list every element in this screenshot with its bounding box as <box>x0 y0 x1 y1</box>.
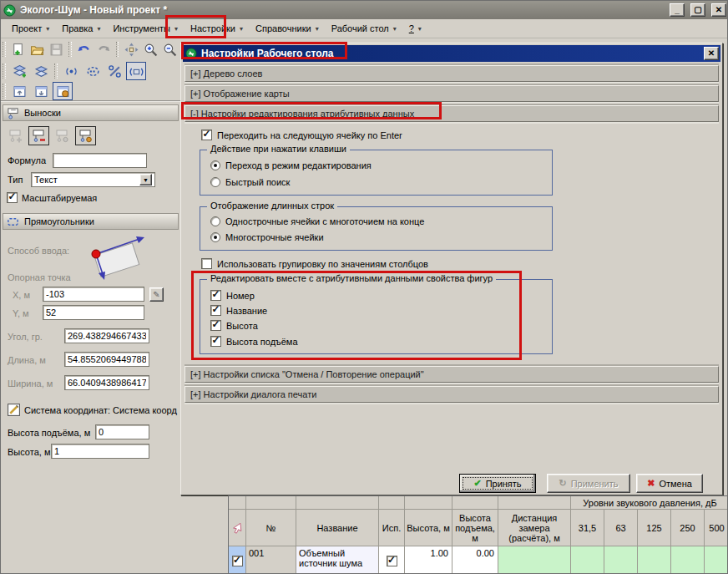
checkbox-rise-height[interactable]: ✓ Высота подъёма <box>210 336 298 347</box>
scalable-checkbox[interactable]: ✓ <box>7 192 18 203</box>
callout-edit-button[interactable] <box>52 126 73 145</box>
coord-system-label[interactable]: Система координат: Система коорд <box>24 405 179 415</box>
accept-button[interactable]: ✔ Принять <box>459 474 536 493</box>
row-select-cell[interactable]: ✓ <box>229 546 246 574</box>
rise-height-label: Высота подъёма, м <box>8 428 90 438</box>
cell-db-500[interactable] <box>705 546 728 574</box>
rectangles-panel-header[interactable]: Прямоугольники <box>3 213 179 230</box>
add-layer-button[interactable] <box>9 62 29 80</box>
row-select-checkbox[interactable]: ✓ <box>232 556 243 566</box>
section-layer-tree[interactable]: [+] Дерево слоев <box>185 65 719 82</box>
apply-button[interactable]: ↻ Применить <box>547 474 630 493</box>
cell-distance[interactable] <box>498 546 571 574</box>
undo-icon <box>77 43 91 57</box>
open-folder-icon <box>30 43 44 57</box>
callout-icon <box>7 107 19 119</box>
scalable-label: Масштабируемая <box>22 193 97 203</box>
menu-project[interactable]: Проект▾ <box>6 21 56 36</box>
toolbar-grip[interactable] <box>3 42 6 57</box>
noise-area-source-button[interactable] <box>83 62 103 80</box>
zoom-out-button[interactable] <box>161 40 179 58</box>
section-undo-redo[interactable]: [+] Настройки списка "Отмена / Повторени… <box>185 366 719 383</box>
open-project-button[interactable] <box>28 40 46 58</box>
noise-box-source-button[interactable] <box>126 62 146 80</box>
toolbar-grip[interactable] <box>3 63 6 79</box>
menu-edit[interactable]: Правка▾ <box>56 21 107 36</box>
checkbox-number[interactable]: ✓ Номер <box>210 290 255 301</box>
cell-used[interactable]: ✓ <box>379 546 405 574</box>
group-header-cell <box>405 496 452 510</box>
cell-rise[interactable]: 0.00 <box>452 546 498 574</box>
chevron-down-icon: ▼ <box>143 177 149 183</box>
layers-button[interactable] <box>31 62 51 80</box>
toolbar-grip[interactable] <box>116 42 119 57</box>
undo-button[interactable] <box>75 40 93 58</box>
rise-height-input[interactable] <box>95 424 149 439</box>
layers-icon <box>34 64 48 79</box>
cancel-button[interactable]: ✖ Отмена <box>636 474 703 493</box>
check-icon: ✓ <box>8 190 16 202</box>
x-input[interactable] <box>43 287 144 302</box>
cell-height[interactable]: 1.00 <box>405 546 452 574</box>
minimize-button[interactable]: _ <box>670 3 685 17</box>
save-project-button[interactable] <box>48 40 65 58</box>
cell-db-31[interactable] <box>571 546 604 574</box>
pan-move-icon <box>124 43 139 57</box>
menu-tools[interactable]: Инструменты▾ <box>107 21 185 36</box>
checkbox-name[interactable]: ✓ Название <box>210 305 267 316</box>
callout-delete-button[interactable] <box>28 126 49 145</box>
column-header-db-31: 31,5 <box>571 510 604 546</box>
maximize-button[interactable]: ▢ <box>690 3 705 17</box>
panel-up-button[interactable] <box>9 82 29 100</box>
panel-down-button[interactable] <box>31 82 51 100</box>
noise-point-source-button[interactable] <box>61 62 81 80</box>
dropdown-button[interactable]: ▼ <box>139 174 152 185</box>
callout-add-button[interactable] <box>5 126 26 145</box>
next-cell-enter-checkbox[interactable]: ✓ <box>201 130 212 140</box>
radio-quick-search[interactable]: Быстрый поиск <box>210 177 290 187</box>
callout-properties-button[interactable] <box>75 126 96 145</box>
dialog-close-button[interactable]: ✕ <box>704 47 719 60</box>
formula-input[interactable] <box>53 153 147 168</box>
section-attribute-editing[interactable]: [-] Настройки редактирования атрибутивны… <box>185 105 719 122</box>
redo-button[interactable] <box>94 40 112 58</box>
radio-edit-mode[interactable]: Переход в режим редактирования <box>210 160 372 170</box>
length-input[interactable] <box>64 352 149 367</box>
toolbar-grip[interactable] <box>68 42 72 57</box>
radio-single-line[interactable]: Однострочные ячейки с многоточием на кон… <box>210 216 424 226</box>
section-print-dialog[interactable]: [+] Настройки диалога печати <box>185 386 719 403</box>
cell-name[interactable]: Объемный источник шума <box>296 546 379 574</box>
type-dropdown[interactable]: Текст ▼ <box>31 172 155 187</box>
y-input[interactable] <box>43 305 144 320</box>
radio-multi-line[interactable]: Многострочные ячейки <box>210 232 324 242</box>
cell-num[interactable]: 001 <box>246 546 296 574</box>
height-input[interactable] <box>51 444 149 459</box>
pick-point-button[interactable]: ✎ <box>149 287 164 302</box>
cell-db-125[interactable] <box>638 546 671 574</box>
pan-button[interactable] <box>122 40 139 58</box>
flag-column-header[interactable] <box>229 510 246 546</box>
redo-icon <box>97 43 111 57</box>
new-project-button[interactable] <box>9 40 27 58</box>
close-button[interactable]: ✕ <box>711 3 726 17</box>
used-checkbox[interactable]: ✓ <box>387 556 397 566</box>
noise-meter-button[interactable] <box>104 62 124 80</box>
menu-references[interactable]: Справочники▾ <box>250 21 326 36</box>
panel-properties-button[interactable] <box>53 82 73 100</box>
cell-db-63[interactable] <box>604 546 638 574</box>
check-icon: ✓ <box>387 554 396 566</box>
grouping-checkbox[interactable] <box>201 258 212 269</box>
menu-desktop[interactable]: Рабочий стол▾ <box>326 21 403 36</box>
width-input[interactable] <box>64 375 149 390</box>
checkbox-height[interactable]: ✓ Высота <box>210 320 258 331</box>
section-map-display[interactable]: [+] Отображение карты <box>185 85 719 102</box>
cell-db-250[interactable] <box>671 546 705 574</box>
menu-help[interactable]: ?▾ <box>403 21 428 36</box>
angle-input[interactable] <box>64 328 149 343</box>
callouts-panel-header[interactable]: Выноски <box>3 104 179 121</box>
menu-settings[interactable]: Настройки▾ <box>185 21 250 36</box>
toolbar-grip[interactable] <box>3 84 6 99</box>
x-label: X, м <box>13 290 30 300</box>
zoom-in-button[interactable] <box>142 40 159 58</box>
toolbar-grip[interactable] <box>54 63 58 79</box>
